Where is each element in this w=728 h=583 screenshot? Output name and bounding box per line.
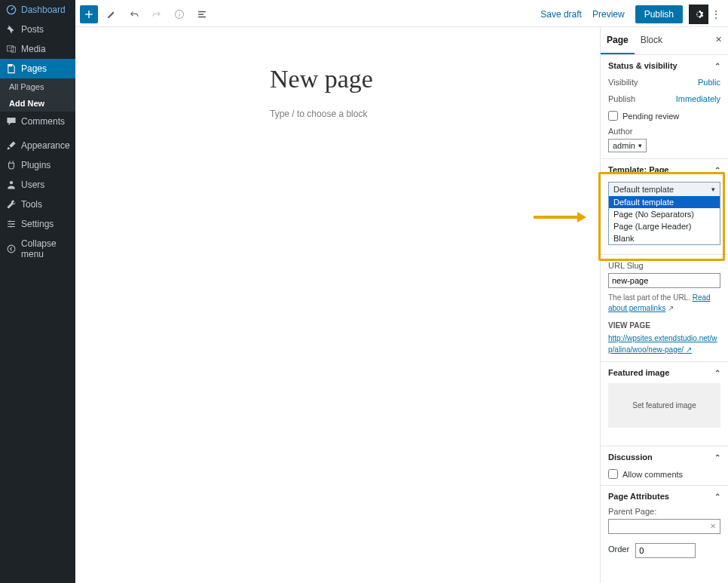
sliders-icon bbox=[6, 219, 17, 229]
sidebar-item-pages[interactable]: Pages bbox=[0, 59, 75, 78]
sidebar-item-posts[interactable]: Posts bbox=[0, 20, 75, 39]
pin-icon bbox=[6, 24, 17, 35]
sidebar-sub-add-new[interactable]: Add New bbox=[0, 95, 75, 112]
section-discussion-toggle[interactable]: Discussion⌃ bbox=[608, 453, 720, 462]
sidebar-item-label: Appearance bbox=[21, 140, 70, 151]
chevron-up-icon: ⌃ bbox=[714, 369, 720, 377]
external-icon: ↗ bbox=[668, 304, 674, 312]
section-template-toggle[interactable]: Template: Page⌃ bbox=[608, 165, 720, 174]
tab-block[interactable]: Block bbox=[635, 27, 668, 54]
svg-point-8 bbox=[10, 226, 11, 227]
section-status: Status & visibility⌃ VisibilityPublic Pu… bbox=[601, 55, 728, 159]
settings-toggle[interactable] bbox=[689, 5, 708, 24]
sidebar-item-label: Users bbox=[21, 180, 44, 190]
chevron-up-icon: ⌃ bbox=[714, 492, 720, 501]
editor-canvas: New page Type / to choose a block bbox=[75, 27, 600, 583]
set-featured-image-button[interactable]: Set featured image bbox=[608, 383, 720, 428]
editor-toolbar: Save draft Preview Publish ⋮ bbox=[75, 2, 728, 27]
sidebar-item-dashboard[interactable]: Dashboard bbox=[0, 0, 75, 20]
sidebar-item-users[interactable]: Users bbox=[0, 175, 75, 195]
panel-tabs: Page Block ✕ bbox=[601, 27, 728, 55]
sidebar-item-appearance[interactable]: Appearance bbox=[0, 136, 75, 155]
template-option[interactable]: Blank bbox=[609, 232, 720, 244]
sidebar-item-label: Media bbox=[21, 44, 46, 54]
section-status-toggle[interactable]: Status & visibility⌃ bbox=[608, 61, 720, 70]
order-input[interactable] bbox=[635, 543, 696, 558]
page-icon bbox=[6, 63, 17, 74]
section-attributes-toggle[interactable]: Page Attributes⌃ bbox=[608, 492, 720, 501]
sidebar-sub-all-pages[interactable]: All Pages bbox=[0, 78, 75, 95]
outline-button[interactable] bbox=[193, 5, 211, 23]
close-panel-button[interactable]: ✕ bbox=[715, 35, 722, 44]
svg-point-9 bbox=[8, 245, 15, 253]
clear-parent-button[interactable]: ✕ bbox=[710, 522, 716, 530]
preview-link[interactable]: Preview bbox=[592, 9, 625, 20]
user-icon bbox=[6, 180, 17, 190]
chevron-down-icon: ▾ bbox=[711, 186, 715, 193]
sidebar-item-tools[interactable]: Tools bbox=[0, 195, 75, 214]
sidebar-item-label: Collapse menu bbox=[21, 238, 69, 259]
chevron-up-icon: ⌃ bbox=[714, 453, 720, 462]
publish-button[interactable]: Publish bbox=[635, 5, 683, 23]
sidebar-item-label: Dashboard bbox=[21, 5, 66, 15]
svg-point-7 bbox=[12, 223, 14, 225]
section-featured: Featured image⌃ Set featured image bbox=[601, 362, 728, 446]
template-select[interactable]: Default template▾ Default template Page … bbox=[608, 182, 720, 245]
publish-label: Publish bbox=[608, 94, 635, 103]
save-draft-link[interactable]: Save draft bbox=[540, 9, 582, 20]
tab-page[interactable]: Page bbox=[601, 27, 635, 54]
sidebar-item-comments[interactable]: Comments bbox=[0, 112, 75, 131]
admin-sidebar: Dashboard Posts Media Pages All Pages Ad… bbox=[0, 0, 75, 583]
sidebar-item-label: Posts bbox=[21, 24, 44, 35]
chevron-down-icon: ▾ bbox=[638, 142, 642, 149]
template-option[interactable]: Page (Large Header) bbox=[609, 220, 720, 232]
wrench-icon bbox=[6, 199, 17, 210]
more-options-button[interactable]: ⋮ bbox=[708, 8, 723, 20]
info-button[interactable] bbox=[170, 5, 188, 23]
visibility-value[interactable]: Public bbox=[698, 78, 720, 87]
collapse-icon bbox=[6, 244, 17, 254]
sidebar-item-label: Settings bbox=[21, 219, 54, 229]
sidebar-item-settings[interactable]: Settings bbox=[0, 214, 75, 234]
sidebar-submenu-pages: All Pages Add New bbox=[0, 78, 75, 112]
add-block-button[interactable] bbox=[80, 5, 98, 23]
author-label: Author bbox=[608, 127, 720, 136]
pending-review-checkbox[interactable]: Pending review bbox=[608, 111, 720, 121]
sidebar-item-media[interactable]: Media bbox=[0, 39, 75, 59]
slug-input[interactable] bbox=[608, 273, 720, 288]
block-placeholder[interactable]: Type / to choose a block bbox=[270, 109, 600, 119]
external-icon: ↗ bbox=[686, 345, 692, 354]
section-featured-toggle[interactable]: Featured image⌃ bbox=[608, 368, 720, 377]
parent-page-input[interactable] bbox=[608, 519, 720, 534]
allow-comments-checkbox[interactable]: Allow comments bbox=[608, 469, 720, 479]
sidebar-collapse[interactable]: Collapse menu bbox=[0, 234, 75, 264]
template-options: Default template Page (No Separators) Pa… bbox=[609, 196, 720, 244]
sidebar-item-label: Tools bbox=[21, 199, 42, 210]
template-option[interactable]: Default template bbox=[609, 196, 720, 208]
svg-point-5 bbox=[10, 181, 13, 184]
author-select[interactable]: admin▾ bbox=[608, 139, 647, 152]
svg-point-2 bbox=[9, 48, 10, 48]
view-page-url[interactable]: http://wpsites.extendstudio.net/wp/alina… bbox=[608, 333, 720, 355]
undo-button[interactable] bbox=[125, 5, 143, 23]
visibility-label: Visibility bbox=[608, 78, 638, 87]
publish-value[interactable]: Immediately bbox=[676, 94, 720, 103]
section-permalink: URL Slug The last part of the URL. Read … bbox=[601, 255, 728, 362]
order-label: Order bbox=[608, 545, 629, 554]
settings-panel: Page Block ✕ Status & visibility⌃ Visibi… bbox=[600, 27, 728, 583]
template-option[interactable]: Page (No Separators) bbox=[609, 208, 720, 220]
sidebar-item-plugins[interactable]: Plugins bbox=[0, 155, 75, 175]
view-page-label: VIEW PAGE bbox=[608, 321, 720, 330]
parent-page-label: Parent Page: bbox=[608, 507, 720, 516]
page-title-input[interactable]: New page bbox=[270, 65, 600, 94]
slug-hint: The last part of the URL. Read about per… bbox=[608, 293, 720, 314]
edit-mode-button[interactable] bbox=[102, 5, 121, 23]
redo-button[interactable] bbox=[148, 5, 166, 23]
section-discussion: Discussion⌃ Allow comments bbox=[601, 446, 728, 486]
svg-rect-1 bbox=[7, 46, 13, 51]
svg-rect-4 bbox=[8, 64, 13, 66]
section-template: Template: Page⌃ Default template▾ Defaul… bbox=[601, 159, 728, 255]
plug-icon bbox=[6, 160, 17, 170]
section-page-attributes: Page Attributes⌃ Parent Page: ✕ Order bbox=[601, 486, 728, 564]
sidebar-item-label: Comments bbox=[21, 116, 65, 127]
